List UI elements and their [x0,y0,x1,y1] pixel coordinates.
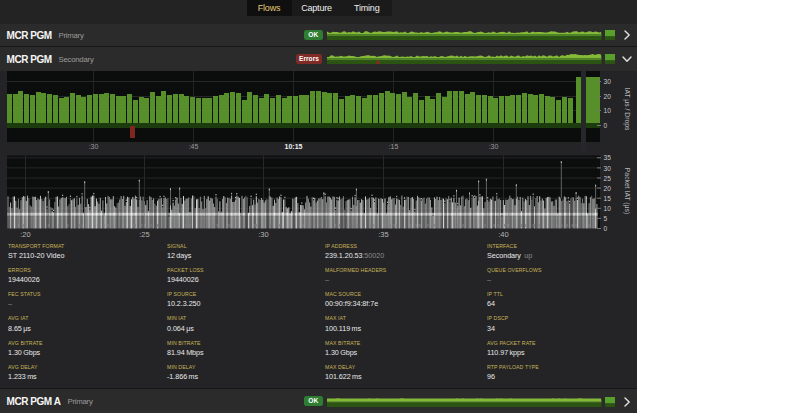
svg-text::30: :30 [258,229,268,238]
svg-text:30: 30 [604,164,612,171]
svg-text:25: 25 [604,174,612,181]
svg-text:Packet IAT (μs): Packet IAT (μs) [623,167,631,213]
svg-text:20: 20 [604,184,612,191]
svg-text:0: 0 [604,225,608,232]
svg-text:30: 30 [604,78,612,85]
svg-text:5: 5 [604,215,608,222]
svg-text:IAT μs / Drops: IAT μs / Drops [623,87,631,131]
svg-text:15: 15 [604,194,612,201]
svg-text:10: 10 [604,204,612,211]
svg-text::30: :30 [489,142,499,149]
svg-text:0: 0 [604,122,608,129]
svg-text::35: :35 [378,229,388,238]
svg-text:10:15: 10:15 [285,142,303,149]
svg-text::25: :25 [139,229,149,238]
svg-text::45: :45 [189,142,199,149]
svg-text::30: :30 [89,142,99,149]
svg-text:20: 20 [604,92,612,99]
svg-text::20: :20 [20,229,30,238]
svg-text::15: :15 [389,142,399,149]
svg-text:10: 10 [604,107,612,114]
svg-text::40: :40 [498,229,508,238]
svg-text:35: 35 [604,154,612,161]
